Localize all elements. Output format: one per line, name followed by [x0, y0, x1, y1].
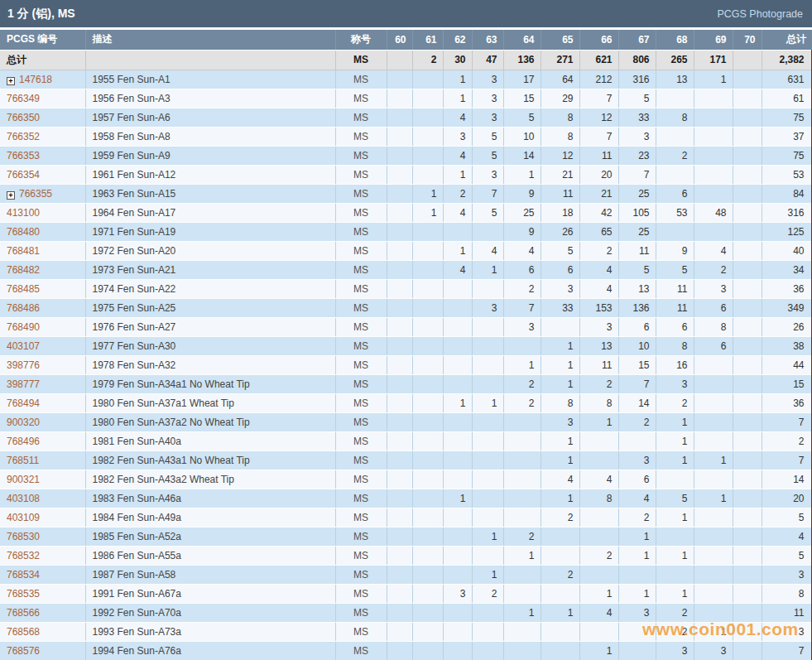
grade-count-cell: [443, 470, 472, 489]
grade-count-cell: [387, 355, 412, 374]
designation-text: MS: [353, 417, 368, 428]
totals-designation: MS: [335, 50, 387, 70]
pcgs-number-link[interactable]: 766350: [7, 112, 40, 123]
pcgs-number-link[interactable]: 768490: [7, 321, 40, 333]
pcgs-number-link[interactable]: 900320: [7, 417, 40, 428]
coin-description-text: 1978 Fen Sun-A32: [93, 359, 176, 371]
grade-count-cell: [579, 622, 618, 641]
row-total-cell: 3: [762, 622, 812, 641]
grade-count-cell: 14: [618, 393, 656, 412]
expand-plus-icon[interactable]: +: [7, 77, 15, 85]
grade-count-cell: 1: [656, 431, 694, 450]
grade-count-cell: [472, 317, 503, 336]
pcgs-number-link[interactable]: 768530: [7, 531, 40, 542]
grade-count-cell: [387, 203, 412, 222]
grade-count-cell: 6: [656, 184, 694, 203]
pcgs-number-cell: 900321: [0, 470, 85, 489]
grade-count-cell: [387, 527, 412, 546]
grade-count-cell: [694, 584, 733, 603]
pcgs-number-link[interactable]: 403107: [7, 340, 40, 352]
grade-count-cell: 1: [503, 355, 541, 374]
grade-count-cell: 4: [472, 241, 503, 260]
pcgs-number-link[interactable]: 768535: [7, 588, 40, 600]
pcgs-number-link[interactable]: 147618: [19, 74, 52, 85]
row-total-cell: 20: [762, 489, 812, 508]
table-row: 7684861975 Fen Sun-A25MS3733153136116349: [0, 298, 812, 317]
grade-count-cell: [541, 641, 579, 660]
table-row: 7685761994 Fen Sun-A76aMS1337: [0, 641, 812, 660]
column-header: 64: [503, 30, 541, 50]
pcgs-number-link[interactable]: 766354: [7, 169, 40, 181]
pcgs-number-link[interactable]: 768486: [7, 302, 40, 314]
pcgs-number-link[interactable]: 766349: [7, 93, 40, 104]
grade-count-cell: 2: [618, 412, 656, 431]
grade-count-cell: [472, 222, 503, 241]
grade-count-cell: [733, 393, 762, 412]
pcgs-number-link[interactable]: 398776: [7, 359, 40, 371]
grade-count-cell: [733, 527, 762, 546]
pcgs-number-link[interactable]: 766352: [7, 131, 40, 142]
pcgs-number-link[interactable]: 768534: [7, 569, 40, 581]
table-row: 9003201980 Fen Sun-A37a2 No Wheat TipMS3…: [0, 412, 812, 431]
grade-count-cell: [412, 546, 443, 565]
grade-count-cell: 3: [694, 279, 733, 298]
designation-text: MS: [353, 359, 368, 371]
designation-text: MS: [353, 436, 368, 447]
pcgs-number-link[interactable]: 413100: [7, 207, 40, 219]
row-total-cell: 36: [762, 393, 812, 412]
pcgs-number-link[interactable]: 766353: [7, 150, 40, 161]
designation-text: MS: [353, 207, 368, 219]
pcgs-number-link[interactable]: 768494: [7, 397, 40, 409]
grade-count-cell: [412, 108, 443, 127]
pcgs-number-link[interactable]: 768482: [7, 264, 40, 276]
pcgs-number-link[interactable]: 768566: [7, 607, 40, 619]
grade-count-cell: [694, 508, 733, 527]
designation-text: MS: [353, 512, 368, 523]
designation-text: MS: [353, 150, 368, 161]
table-row: 7685341987 Fen Sun-A58MS123: [0, 565, 812, 584]
pcgs-number-link[interactable]: 403108: [7, 493, 40, 504]
grade-count-cell: 7: [618, 165, 656, 184]
grade-count-cell: [472, 470, 503, 489]
pcgs-number-cell: 768494: [0, 393, 85, 412]
designation-cell: MS: [335, 622, 387, 641]
grade-count-cell: [412, 603, 443, 622]
grade-count-cell: 2: [579, 374, 618, 393]
grade-count-cell: [472, 355, 503, 374]
row-total-cell: 53: [762, 165, 812, 184]
pcgs-number-cell: 768530: [0, 527, 85, 546]
pcgs-number-link[interactable]: 398777: [7, 378, 40, 390]
grade-count-cell: 13: [656, 70, 694, 89]
grade-count-cell: [387, 298, 412, 317]
grade-count-cell: 9: [656, 241, 694, 260]
grade-count-cell: 13: [579, 336, 618, 355]
designation-text: MS: [353, 607, 368, 619]
pcgs-number-link[interactable]: 766355: [19, 188, 52, 200]
grade-count-cell: 11: [579, 355, 618, 374]
row-total-cell: 4: [762, 527, 812, 546]
photograde-link[interactable]: PCGS Photograde: [717, 8, 803, 20]
grade-count-cell: [541, 317, 579, 336]
grade-count-cell: [412, 412, 443, 431]
pcgs-number-link[interactable]: 768532: [7, 550, 40, 561]
grade-count-cell: [412, 260, 443, 279]
pcgs-number-link[interactable]: 768481: [7, 245, 40, 257]
pcgs-number-cell: 403109: [0, 508, 85, 527]
pcgs-number-link[interactable]: 768480: [7, 226, 40, 238]
coin-description-text: 1961 Fen Sun-A12: [93, 169, 176, 181]
pcgs-number-link[interactable]: 768485: [7, 283, 40, 295]
designation-text: MS: [353, 493, 368, 504]
coin-description: 1963 Fen Sun-A15: [85, 184, 335, 203]
pcgs-number-link[interactable]: 768568: [7, 626, 40, 638]
expand-plus-icon[interactable]: +: [7, 191, 15, 200]
pcgs-number-link[interactable]: 768576: [7, 645, 40, 657]
totals-grade-count: 136: [503, 50, 541, 70]
pcgs-number-link[interactable]: 900321: [7, 474, 40, 485]
grade-count-cell: [733, 127, 762, 146]
totals-grade-count: 806: [618, 50, 656, 70]
pcgs-number-link[interactable]: 768496: [7, 436, 40, 447]
pcgs-number-link[interactable]: 403109: [7, 512, 40, 523]
coin-description-text: 1982 Fen Sun-A43a1 No Wheat Tip: [93, 455, 250, 466]
pcgs-number-link[interactable]: 768511: [7, 455, 39, 466]
grade-count-cell: 1: [541, 603, 579, 622]
